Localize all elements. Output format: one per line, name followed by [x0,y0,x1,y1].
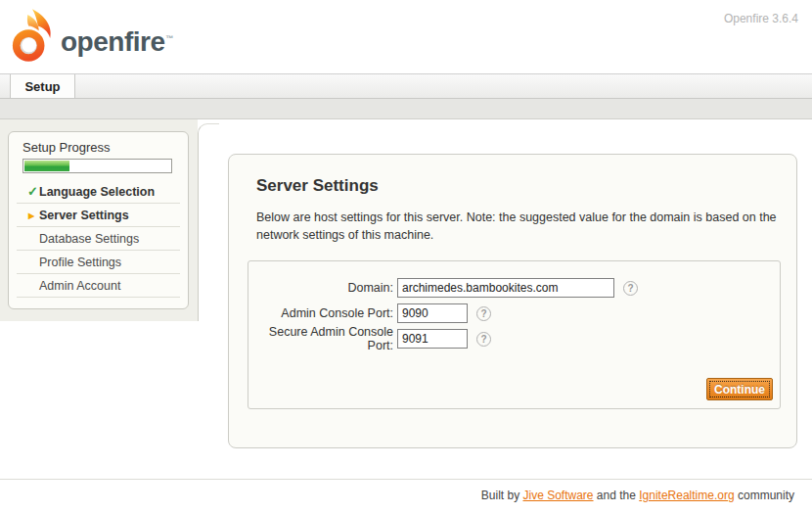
page-title: Server Settings [256,176,796,196]
panel-corner-edge [198,123,219,321]
sidebar-item-profile-settings: Profile Settings [17,251,180,274]
step-label: Language Selection [39,185,155,199]
progress-fill [24,161,69,171]
subnav-band [0,99,812,119]
setup-progress-title: Setup Progress [9,132,188,155]
domain-help-icon[interactable]: ? [623,281,638,296]
setup-steps-list: ✓ Language Selection ▶ Server Settings D… [9,180,188,298]
step-label: Profile Settings [39,256,121,269]
admin-port-row: Admin Console Port: ? [248,301,780,326]
step-label: Admin Account [39,279,120,293]
secure-port-input[interactable] [397,329,468,349]
admin-port-help-icon[interactable]: ? [476,306,491,321]
current-step-arrow-icon: ▶ [28,205,34,228]
logo-wordmark: openfire™ [61,26,173,58]
setup-progress-bar [23,159,172,173]
main-tabbar: Setup [0,73,812,99]
content-area: Setup Progress ✓ Language Selection ▶ Se… [0,119,812,479]
secure-port-row: Secure Admin Console Port: ? [248,326,780,351]
step-label: Database Settings [39,232,139,246]
domain-input[interactable] [397,278,614,298]
secure-port-label: Secure Admin Console Port: [248,325,393,352]
version-label: Openfire 3.6.4 [724,12,798,25]
domain-label: Domain: [248,281,393,295]
domain-row: Domain: ? [248,275,780,301]
server-settings-form: Domain: ? Admin Console Port: ? Secure A… [248,260,781,409]
page-footer: Built by Jive Software and the IgniteRea… [0,479,812,513]
sidebar-item-server-settings: ▶ Server Settings [17,204,180,227]
sidebar-item-language-selection: ✓ Language Selection [17,180,180,204]
step-label: Server Settings [39,209,129,222]
page-description: Below are host settings for this server.… [256,209,785,244]
check-icon: ✓ [27,180,38,204]
admin-port-input[interactable] [397,303,468,323]
continue-button[interactable]: Continue [706,378,773,400]
trademark-symbol: ™ [165,34,173,43]
footer-text: Built by [481,489,523,502]
tab-setup[interactable]: Setup [10,74,75,98]
admin-port-label: Admin Console Port: [248,306,393,320]
server-settings-card: Server Settings Below are host settings … [228,154,797,448]
flame-icon [10,7,55,64]
sidebar-item-admin-account: Admin Account [17,274,180,298]
setup-progress-panel: Setup Progress ✓ Language Selection ▶ Se… [8,131,189,309]
openfire-logo: openfire™ [10,7,173,64]
footer-text: and the [594,489,640,502]
igniterealtime-link[interactable]: IgniteRealtime.org [639,489,734,502]
jive-software-link[interactable]: Jive Software [523,489,594,502]
secure-port-help-icon[interactable]: ? [476,332,491,347]
footer-text: community [735,489,794,502]
sidebar-item-database-settings: Database Settings [17,227,180,251]
app-header: openfire™ Openfire 3.6.4 [0,0,812,73]
